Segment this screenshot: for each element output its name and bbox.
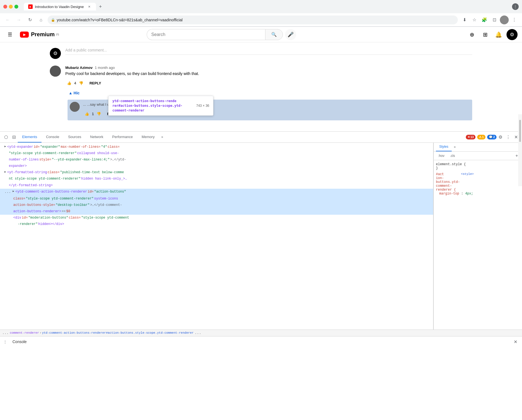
class-state-button[interactable]: .cls bbox=[448, 153, 457, 158]
more-tabs-button[interactable]: » bbox=[159, 134, 166, 140]
youtube-logo[interactable]: Premium FI bbox=[20, 31, 59, 38]
devtools-select-tool[interactable]: ⬡ bbox=[2, 133, 10, 141]
breadcrumb-dots-right[interactable]: ... bbox=[195, 331, 201, 335]
elem-close-2: </yt-formatted-string> bbox=[9, 183, 53, 188]
tab-network[interactable]: Network bbox=[86, 131, 108, 142]
console-dots[interactable]: ⋮ bbox=[3, 340, 7, 344]
elem-attr-classval-2: "published-time-text below-comme bbox=[60, 170, 124, 175]
element-line-3[interactable]: ... ▶ <ytd-comment-action-buttons-render… bbox=[0, 189, 433, 196]
tab-network-label: Network bbox=[90, 135, 104, 139]
dislike-button[interactable]: 👎 bbox=[77, 79, 85, 87]
console-bar: ⋮ Console ✕ bbox=[0, 336, 522, 347]
element-line-1[interactable]: ▶ <ytd-expander id="expander" max-number… bbox=[0, 144, 433, 150]
extensions-icon[interactable]: 🧩 bbox=[480, 15, 489, 24]
chrome-options-button[interactable]: ⋮ bbox=[510, 15, 519, 24]
active-tab[interactable]: Introduction to Vaadin Designe ✕ bbox=[24, 3, 96, 11]
info-count: 2 bbox=[493, 135, 495, 139]
url-text: youtube.com/watch?v=oFBe8DLCn-s&t=821s&a… bbox=[57, 18, 183, 22]
breadcrumb-action-buttons[interactable]: ytd-comment-action-buttons-renderer#acti… bbox=[42, 331, 194, 335]
search-button[interactable]: 🔍 bbox=[265, 29, 283, 40]
elem-class-val-1: "style-scope ytd-comment-renderer" bbox=[9, 151, 77, 156]
replies-toggle[interactable]: ▲ Hic bbox=[65, 89, 83, 97]
comment-content: Mubariz Azimov 1 month ago Pretty cool f… bbox=[65, 66, 472, 120]
devtools-device-tool[interactable]: ⊟ bbox=[10, 133, 18, 141]
close-button[interactable] bbox=[3, 5, 7, 9]
elem-attr-val-id-1: "expander" bbox=[40, 144, 60, 150]
toggle-icon-3[interactable]: ▶ bbox=[12, 189, 14, 194]
home-button[interactable]: ⌂ bbox=[37, 15, 45, 24]
devtools-settings-button[interactable]: ⚙ bbox=[497, 133, 504, 141]
apps-button[interactable]: ⊞ bbox=[480, 29, 491, 40]
tab-sources[interactable]: Sources bbox=[64, 131, 86, 142]
new-tab-button[interactable]: + bbox=[97, 3, 104, 11]
maximize-button[interactable] bbox=[14, 5, 18, 9]
rule1-source[interactable]: <style> bbox=[461, 172, 474, 176]
bookmark-icon[interactable]: ☆ bbox=[470, 15, 479, 24]
address-bar[interactable]: 🔒 youtube.com/watch?v=oFBe8DLCn-s&t=821s… bbox=[48, 15, 458, 24]
youtube-header: ☰ Premium FI 🔍 🎤 ⊕ ⊞ 🔔 ⚙ bbox=[0, 27, 522, 42]
toggle-icon-2[interactable]: ▶ bbox=[4, 170, 6, 174]
rule1-val: 4px; bbox=[465, 192, 473, 196]
toggle-icon-1[interactable]: ▶ bbox=[4, 144, 6, 149]
elem-tag-4: <div bbox=[13, 215, 21, 221]
element-line-2b: nt style-scope ytd-comment-renderer" hid… bbox=[0, 176, 433, 182]
elem-collapse-3: >…</ytd-comment- bbox=[90, 203, 122, 208]
youtube-logo-text: Premium bbox=[31, 31, 55, 38]
console-close-button[interactable]: ✕ bbox=[512, 338, 519, 345]
replies-section: ▲ Hic ytd-comment-action-buttons-rendere… bbox=[65, 87, 83, 97]
notifications-button[interactable]: 🔔 bbox=[493, 29, 504, 40]
comment-text: Pretty cool for backend developers, so t… bbox=[65, 71, 472, 77]
element-line-2[interactable]: ▶ <yt-formatted-string class="published-… bbox=[0, 169, 433, 176]
search-input[interactable] bbox=[147, 29, 265, 40]
forward-button[interactable]: → bbox=[14, 15, 23, 24]
cast-icon[interactable]: ⊡ bbox=[490, 15, 499, 24]
minimize-button[interactable] bbox=[9, 5, 13, 9]
download-icon[interactable]: ⬇ bbox=[460, 15, 469, 24]
reply-author-avatar bbox=[70, 102, 80, 112]
tab-styles[interactable]: Styles bbox=[436, 143, 452, 152]
breadcrumb-dots-left[interactable]: ... bbox=[2, 331, 9, 335]
elem-hidden-4: hidden></div> bbox=[38, 222, 64, 227]
user-avatar[interactable] bbox=[500, 15, 509, 24]
elem-attrs-1c: number-of-lines bbox=[9, 157, 39, 162]
styles-toolbar: :hov .cls + bbox=[434, 152, 522, 160]
element-line-1d: expander> bbox=[0, 163, 433, 169]
create-button[interactable]: ⊕ bbox=[467, 29, 478, 40]
tab-elements[interactable]: Elements bbox=[18, 131, 42, 142]
hover-state-button[interactable]: :hov bbox=[436, 153, 447, 158]
reply-button[interactable]: REPLY bbox=[86, 79, 104, 87]
devtools-more-options[interactable]: ⋮ bbox=[504, 133, 512, 141]
reply-ellipsis: ... bbox=[83, 102, 87, 107]
elem-tag-2: <yt-formatted-string bbox=[7, 170, 47, 175]
hamburger-menu[interactable]: ☰ bbox=[4, 29, 15, 40]
like-button[interactable]: 👍 bbox=[65, 79, 73, 87]
tab-console[interactable]: Console bbox=[42, 131, 64, 142]
element-line-4[interactable]: <div id="moderation-buttons" class="styl… bbox=[0, 215, 433, 221]
elem-class-val-3: "style-scope ytd-comment-renderer" bbox=[26, 196, 94, 201]
tab-memory[interactable]: Memory bbox=[137, 131, 159, 142]
user-account-button[interactable]: ⚙ bbox=[507, 29, 518, 40]
breadcrumb-comment-renderer[interactable]: comment-renderer bbox=[10, 331, 39, 335]
tooltip-element-text: ytd-comment-action-buttons-renderer#acti… bbox=[112, 99, 182, 113]
replies-toggle-label: Hic bbox=[74, 91, 80, 95]
scroll-indicator[interactable] bbox=[518, 114, 522, 186]
rule1-header: #action-buttons.ytd-comment-renderer { <… bbox=[436, 172, 520, 192]
reply-like-button[interactable]: 👍 bbox=[83, 110, 91, 118]
like-count: 4 bbox=[74, 81, 76, 85]
reply-dislike-button[interactable]: 👎 bbox=[95, 110, 103, 118]
back-button[interactable]: ← bbox=[3, 15, 12, 24]
chrome-menu-icon[interactable]: ⋮ bbox=[512, 3, 519, 10]
traffic-lights bbox=[3, 5, 18, 9]
tab-close-button[interactable]: ✕ bbox=[87, 4, 92, 9]
styles-more-button[interactable]: » bbox=[452, 144, 458, 150]
elem-tag-1: <ytd-expander bbox=[7, 144, 33, 150]
elem-style-val: "--ytd-expander-max-lines:4;" bbox=[52, 157, 110, 162]
comment-input[interactable]: Add a public comment... bbox=[65, 48, 472, 55]
refresh-button[interactable]: ↻ bbox=[25, 15, 34, 24]
mic-button[interactable]: 🎤 bbox=[285, 29, 296, 40]
rule1-prop: margin-top bbox=[439, 192, 459, 196]
console-label[interactable]: Console bbox=[12, 339, 27, 344]
tab-performance[interactable]: Performance bbox=[108, 131, 137, 142]
reply-like-count: 1 bbox=[92, 112, 94, 116]
styles-content: element.style { } #action-buttons.ytd-co… bbox=[434, 160, 522, 330]
